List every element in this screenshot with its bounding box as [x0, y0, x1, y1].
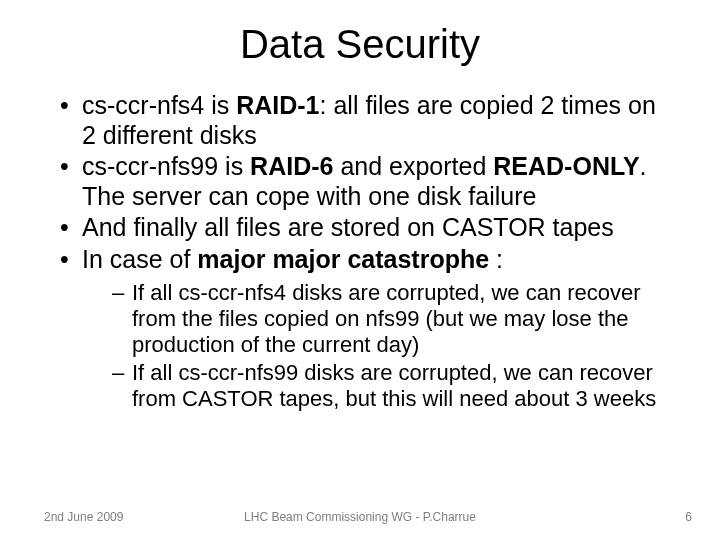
sub-bullet-list: If all cs-ccr-nfs4 disks are corrupted, …: [82, 280, 676, 412]
text: If all cs-ccr-nfs4 disks are corrupted, …: [132, 280, 641, 357]
text: cs-ccr-nfs99 is: [82, 152, 250, 180]
text-bold: RAID-6: [250, 152, 333, 180]
list-item: cs-ccr-nfs4 is RAID-1: all files are cop…: [60, 91, 676, 150]
text: And finally all files are stored on CAST…: [82, 213, 614, 241]
list-item: If all cs-ccr-nfs99 disks are corrupted,…: [112, 360, 676, 412]
slide: Data Security cs-ccr-nfs4 is RAID-1: all…: [0, 0, 720, 540]
bullet-list: cs-ccr-nfs4 is RAID-1: all files are cop…: [60, 91, 676, 412]
page-title: Data Security: [0, 0, 720, 77]
text-bold: RAID-1: [236, 91, 319, 119]
text-bold: major major catastrophe: [197, 245, 489, 273]
list-item: If all cs-ccr-nfs4 disks are corrupted, …: [112, 280, 676, 358]
footer-date: 2nd June 2009: [44, 510, 123, 524]
text-bold: READ-ONLY: [493, 152, 639, 180]
footer: 2nd June 2009 LHC Beam Commissioning WG …: [0, 510, 720, 524]
text: cs-ccr-nfs4 is: [82, 91, 236, 119]
list-item: In case of major major catastrophe : If …: [60, 245, 676, 412]
footer-page: 6: [685, 510, 692, 524]
text: In case of: [82, 245, 197, 273]
list-item: And finally all files are stored on CAST…: [60, 213, 676, 243]
text: If all cs-ccr-nfs99 disks are corrupted,…: [132, 360, 656, 411]
slide-body: cs-ccr-nfs4 is RAID-1: all files are cop…: [0, 91, 720, 412]
list-item: cs-ccr-nfs99 is RAID-6 and exported READ…: [60, 152, 676, 211]
text: and exported: [333, 152, 493, 180]
text: :: [489, 245, 503, 273]
